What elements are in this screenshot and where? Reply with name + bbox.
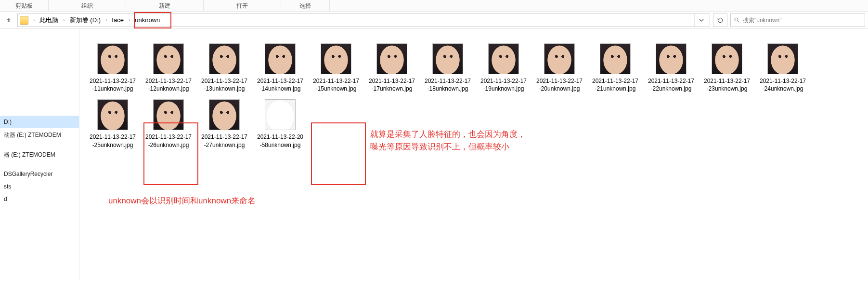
ribbon-tab-new[interactable]: 新建: [126, 0, 203, 11]
file-item[interactable]: 2021-11-13-22-17-22unknown.jpg: [648, 43, 695, 93]
file-item[interactable]: 2021-11-13-22-17-27unknown.jpg: [201, 99, 248, 148]
chevron-right-icon[interactable]: ›: [104, 17, 109, 23]
file-name: 2021-11-13-22-17-20unknown.jpg: [536, 77, 583, 93]
face-image-icon: [377, 44, 407, 74]
file-thumbnail: [656, 43, 687, 74]
file-name: 2021-11-13-22-17-25unknown.jpg: [89, 133, 136, 148]
file-thumbnail: [488, 43, 519, 74]
ribbon-tab-select[interactable]: 选择: [281, 0, 329, 11]
face-image-icon: [154, 44, 183, 74]
sidebar-item[interactable]: d: [0, 193, 79, 205]
file-item[interactable]: 2021-11-13-22-17-13unknown.jpg: [201, 43, 248, 93]
sidebar-item[interactable]: [0, 162, 79, 168]
file-thumbnail: [265, 99, 296, 130]
file-name: 2021-11-13-22-17-13unknown.jpg: [201, 77, 248, 93]
search-icon: [734, 17, 740, 23]
file-thumbnail: [209, 43, 240, 74]
face-image-icon: [712, 44, 742, 74]
file-item[interactable]: 2021-11-13-22-17-14unknown.jpg: [257, 43, 304, 93]
file-thumbnail: [97, 99, 128, 130]
file-item[interactable]: 2021-11-13-22-17-24unknown.jpg: [759, 43, 806, 93]
face-image-icon: [600, 44, 630, 74]
ribbon-tab-organize[interactable]: 组织: [49, 0, 126, 11]
file-name: 2021-11-13-22-17-15unknown.jpg: [312, 77, 360, 93]
file-item[interactable]: 2021-11-13-22-17-23unknown.jpg: [703, 43, 751, 93]
face-image-icon: [656, 44, 686, 74]
file-name: 2021-11-13-22-20-58unknown.jpg: [257, 133, 304, 148]
file-item[interactable]: 2021-11-13-22-17-12unknown.jpg: [145, 43, 192, 93]
face-image-icon: [265, 44, 295, 74]
breadcrumb-dropdown[interactable]: [694, 14, 708, 27]
refresh-icon: [717, 17, 724, 24]
sidebar[interactable]: D:)动器 (E:) ZTEMODEM器 (E:) ZTEMODEMDSGall…: [0, 29, 79, 281]
svg-point-0: [735, 18, 738, 21]
folder-icon: [20, 16, 28, 25]
breadcrumb[interactable]: › 此电脑 › 新加卷 (D:) › face › unknown: [17, 13, 710, 27]
main: D:)动器 (E:) ZTEMODEM器 (E:) ZTEMODEMDSGall…: [0, 29, 868, 281]
file-name: 2021-11-13-22-17-18unknown.jpg: [424, 77, 471, 93]
file-name: 2021-11-13-22-17-22unknown.jpg: [648, 77, 695, 93]
file-item[interactable]: 2021-11-13-22-17-11unknown.jpg: [89, 43, 136, 93]
file-name: 2021-11-13-22-17-17unknown.jpg: [368, 77, 415, 93]
breadcrumb-item[interactable]: 此电脑: [38, 15, 60, 26]
chevron-right-icon[interactable]: ›: [127, 17, 132, 23]
file-thumbnail: [209, 99, 240, 130]
file-name: 2021-11-13-22-17-19unknown.jpg: [480, 77, 527, 93]
file-name: 2021-11-13-22-17-21unknown.jpg: [592, 77, 639, 93]
file-item[interactable]: 2021-11-13-22-17-15unknown.jpg: [312, 43, 360, 93]
ribbon-tab-open[interactable]: 打开: [204, 0, 281, 11]
chevron-right-icon[interactable]: ›: [31, 17, 37, 23]
sidebar-item[interactable]: sts: [0, 180, 79, 193]
file-thumbnail: [600, 43, 631, 74]
file-name: 2021-11-13-22-17-27unknown.jpg: [201, 133, 248, 148]
file-item[interactable]: 2021-11-13-22-17-20unknown.jpg: [536, 43, 583, 93]
sidebar-item[interactable]: DSGalleryRecycler: [0, 168, 79, 180]
search-input[interactable]: [743, 17, 862, 24]
sidebar-item[interactable]: 器 (E:) ZTEMODEM: [0, 148, 79, 162]
file-item[interactable]: 2021-11-13-22-17-19unknown.jpg: [480, 43, 527, 93]
face-image-icon: [768, 44, 798, 74]
file-item[interactable]: 2021-11-13-22-17-25unknown.jpg: [89, 99, 136, 148]
face-image-icon: [98, 100, 128, 130]
file-thumbnail: [432, 43, 463, 74]
sidebar-item[interactable]: D:): [0, 116, 79, 128]
file-name: 2021-11-13-22-17-14unknown.jpg: [257, 77, 304, 93]
search-box[interactable]: [730, 13, 865, 27]
sidebar-item[interactable]: 动器 (E:) ZTEMODEM: [0, 128, 79, 142]
file-item[interactable]: 2021-11-13-22-17-18unknown.jpg: [424, 43, 471, 93]
face-image-icon: [209, 44, 239, 74]
ribbon-tab-clipboard[interactable]: 剪贴板: [0, 0, 48, 11]
file-item[interactable]: 2021-11-13-22-20-58unknown.jpg: [257, 99, 304, 148]
face-image-icon: [154, 100, 183, 130]
file-thumbnail: [153, 43, 184, 74]
file-name: 2021-11-13-22-17-12unknown.jpg: [145, 77, 192, 93]
file-item[interactable]: 2021-11-13-22-17-17unknown.jpg: [368, 43, 415, 93]
file-thumbnail: [544, 43, 575, 74]
breadcrumb-item[interactable]: face: [110, 15, 126, 25]
face-image-icon: [433, 44, 463, 74]
face-image-icon: [489, 44, 518, 74]
file-item[interactable]: 2021-11-13-22-17-26unknown.jpg: [145, 99, 192, 148]
ribbon-tabs: 剪贴板 组织 新建 打开 选择: [0, 0, 868, 12]
face-image-icon: [98, 44, 128, 74]
breadcrumb-item-current[interactable]: unknown: [133, 15, 162, 25]
file-thumbnail: [376, 43, 407, 74]
annotation-text: 就算是采集了人脸特征的，也会因为角度，: [370, 128, 526, 141]
annotation-text: 曝光等原因导致识别不上，但概率较小: [370, 141, 509, 153]
file-thumbnail: [321, 43, 351, 74]
face-image-icon: [544, 44, 574, 74]
face-image-icon: [321, 44, 351, 74]
sidebar-item[interactable]: [0, 142, 79, 148]
refresh-button[interactable]: [713, 13, 727, 27]
svg-line-1: [738, 21, 739, 22]
file-thumbnail: [767, 43, 798, 74]
breadcrumb-item[interactable]: 新加卷 (D:): [68, 15, 103, 26]
file-grid-area[interactable]: 2021-11-13-22-17-11unknown.jpg2021-11-13…: [79, 29, 868, 281]
annotation-text: unknown会以识别时间和unknown来命名: [108, 195, 256, 207]
file-item[interactable]: 2021-11-13-22-17-21unknown.jpg: [592, 43, 639, 93]
chevron-down-icon: [699, 18, 704, 23]
file-name: 2021-11-13-22-17-11unknown.jpg: [89, 77, 136, 93]
up-button[interactable]: [3, 14, 14, 27]
divider: [329, 0, 330, 11]
chevron-right-icon[interactable]: ›: [61, 17, 66, 23]
